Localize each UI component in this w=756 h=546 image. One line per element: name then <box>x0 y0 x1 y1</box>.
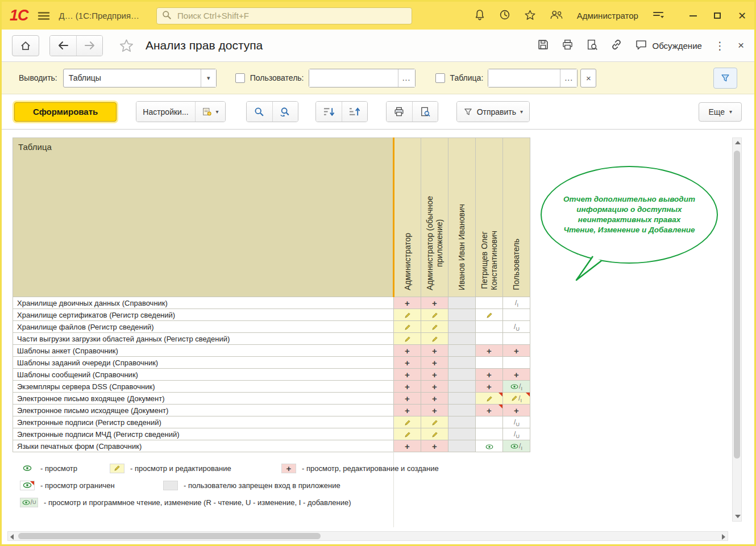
rights-cell[interactable]: + <box>421 381 448 393</box>
vertical-scrollbar[interactable] <box>732 137 742 522</box>
rights-cell[interactable]: /I <box>503 381 530 393</box>
rights-cell[interactable] <box>476 428 503 440</box>
rights-cell[interactable] <box>503 357 530 369</box>
rights-cell[interactable] <box>448 321 476 333</box>
table-row-label[interactable]: Шаблоны сообщений (Справочник) <box>13 369 394 381</box>
table-filter-field[interactable]: ... <box>488 69 578 87</box>
scroll-right-arrow-icon[interactable] <box>722 534 725 540</box>
rights-cell[interactable]: + <box>394 393 421 405</box>
table-row-label[interactable]: Электронное письмо входящее (Документ) <box>13 393 394 405</box>
rights-cell[interactable] <box>448 309 476 321</box>
rights-cell[interactable]: /U <box>503 416 530 428</box>
scroll-left-arrow-icon[interactable] <box>10 534 14 540</box>
table-corner-header[interactable]: Таблица <box>13 138 394 297</box>
rights-cell[interactable] <box>476 321 503 333</box>
rights-cell[interactable] <box>476 333 503 345</box>
filter-settings-button[interactable] <box>713 68 737 89</box>
rights-cell[interactable] <box>421 321 448 333</box>
report-variants-button[interactable]: ▾ <box>195 102 225 122</box>
table-filter-choose-button[interactable]: ... <box>560 69 577 87</box>
vertical-scroll-thumb[interactable] <box>734 151 740 459</box>
send-button[interactable]: Отправить ▾ <box>457 102 529 122</box>
table-row-label[interactable]: Хранилище сертификатов (Регистр сведений… <box>13 309 394 321</box>
rights-cell[interactable] <box>476 416 503 428</box>
rights-cell[interactable]: + <box>394 405 421 416</box>
rights-cell[interactable]: + <box>421 405 448 416</box>
rights-cell[interactable] <box>394 416 421 428</box>
table-row-label[interactable]: Электронные подписи (Регистр сведений) <box>13 416 394 428</box>
rights-cell[interactable]: + <box>421 297 448 309</box>
rights-cell[interactable] <box>448 405 476 416</box>
rights-cell[interactable]: + <box>421 357 448 369</box>
rights-cell[interactable]: + <box>503 345 530 357</box>
table-row-label[interactable]: Хранилище двоичных данных (Справочник) <box>13 297 394 309</box>
rights-cell[interactable]: + <box>394 369 421 381</box>
rights-cell[interactable] <box>448 393 476 405</box>
rights-cell[interactable]: + <box>476 381 503 393</box>
rights-cell[interactable]: + <box>394 357 421 369</box>
rights-cell[interactable] <box>448 416 476 428</box>
table-filter-clear-button[interactable]: × <box>580 69 596 87</box>
table-row-label[interactable]: Шаблоны заданий очереди (Справочник) <box>13 357 394 369</box>
table-row-label[interactable]: Языки печатных форм (Справочник) <box>13 440 394 452</box>
print-preview-icon[interactable] <box>586 39 598 52</box>
user-filter-choose-button[interactable]: ... <box>398 69 415 87</box>
rights-cell[interactable] <box>448 428 476 440</box>
close-form-icon[interactable]: × <box>738 39 744 52</box>
rights-cell[interactable]: + <box>394 381 421 393</box>
rights-cell[interactable] <box>421 333 448 345</box>
maximize-button[interactable] <box>714 12 721 19</box>
rights-cell[interactable] <box>394 321 421 333</box>
rights-cell[interactable]: + <box>394 345 421 357</box>
table-row-label[interactable]: Шаблоны анкет (Справочник) <box>13 345 394 357</box>
notifications-bell-icon[interactable] <box>474 9 485 22</box>
get-link-icon[interactable] <box>610 39 622 52</box>
rights-cell[interactable] <box>476 393 503 405</box>
rights-cell[interactable] <box>476 309 503 321</box>
rights-cell[interactable]: + <box>421 345 448 357</box>
rights-cell[interactable] <box>448 345 476 357</box>
rights-cell[interactable] <box>421 309 448 321</box>
chevron-down-icon[interactable]: ▾ <box>201 69 216 87</box>
rights-cell[interactable]: + <box>503 369 530 381</box>
rights-cell[interactable] <box>421 416 448 428</box>
forward-button[interactable] <box>76 36 102 56</box>
rights-cell[interactable]: + <box>421 369 448 381</box>
print-report-button[interactable] <box>387 102 412 122</box>
rights-cell[interactable]: /I <box>503 393 530 405</box>
current-user-label[interactable]: Администратор <box>577 11 638 20</box>
sort-descending-button[interactable] <box>316 102 342 122</box>
table-row-label[interactable]: Хранилище файлов (Регистр сведений) <box>13 321 394 333</box>
more-button[interactable]: Еще ▾ <box>699 102 742 122</box>
user-filter-checkbox[interactable] <box>235 73 245 83</box>
rights-cell[interactable] <box>476 440 503 452</box>
column-header-4[interactable]: Петрищев Олег Константинович <box>476 138 503 297</box>
rights-cell[interactable] <box>448 357 476 369</box>
favorites-star-icon[interactable] <box>524 9 536 23</box>
user-filter-field[interactable]: ... <box>309 69 416 87</box>
rights-cell[interactable]: + <box>394 440 421 452</box>
rights-cell[interactable]: + <box>394 297 421 309</box>
rights-cell[interactable] <box>421 428 448 440</box>
minimize-button[interactable] <box>689 15 697 16</box>
rights-cell[interactable] <box>448 381 476 393</box>
table-row-label[interactable]: Электронные подписи МЧД (Регистр сведени… <box>13 428 394 440</box>
generate-button[interactable]: Сформировать <box>14 102 117 122</box>
global-search-input[interactable] <box>176 10 406 21</box>
rights-cell[interactable]: + <box>421 393 448 405</box>
history-icon[interactable] <box>499 9 510 22</box>
table-filter-input[interactable] <box>488 69 560 87</box>
connection-speed-icon[interactable] <box>652 10 664 21</box>
rights-cell[interactable] <box>448 440 476 452</box>
rights-cell[interactable] <box>476 297 503 309</box>
rights-cell[interactable]: + <box>421 440 448 452</box>
back-button[interactable] <box>50 36 76 56</box>
add-to-favorites-star-icon[interactable] <box>119 38 134 53</box>
rights-cell[interactable]: /U <box>503 428 530 440</box>
user-filter-input[interactable] <box>309 69 398 87</box>
rights-cell[interactable] <box>448 369 476 381</box>
settings-button[interactable]: Настройки... <box>136 102 194 122</box>
column-header-5[interactable]: Пользователь <box>503 138 530 297</box>
rights-cell[interactable]: /I <box>503 297 530 309</box>
scroll-up-arrow-icon[interactable] <box>735 141 741 144</box>
